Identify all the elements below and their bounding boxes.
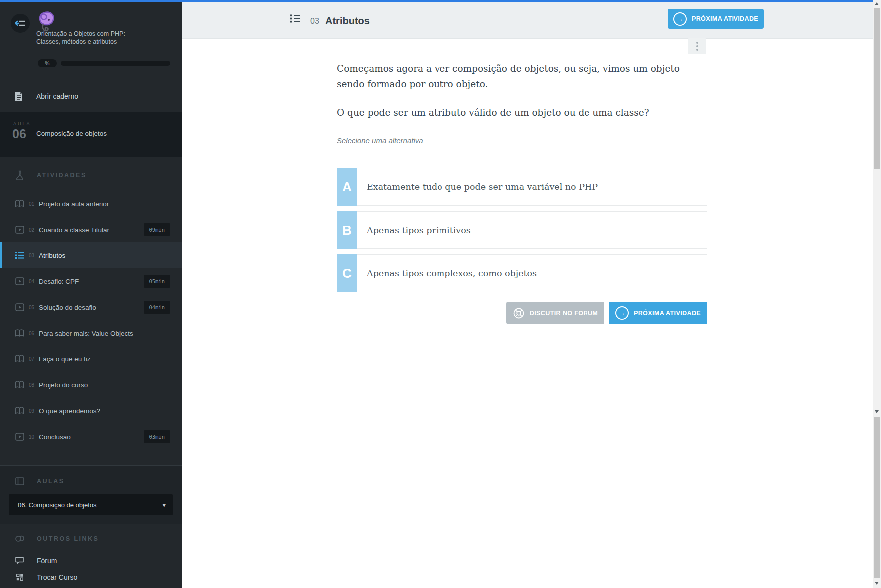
grid-icon bbox=[15, 574, 24, 581]
activity-item-07[interactable]: 07 Faça o que eu fiz bbox=[0, 346, 182, 372]
book-icon bbox=[15, 329, 24, 337]
course-progress-bar bbox=[61, 61, 170, 66]
book-icon bbox=[15, 355, 24, 363]
question-action-buttons: DISCUTIR NO FORUM → PRÓXIMA ATIVIDADE bbox=[337, 302, 707, 324]
lesson-select-value: 06. Composição de objetos bbox=[18, 501, 97, 509]
collapse-sidebar-button[interactable] bbox=[11, 14, 30, 33]
course-title-line2: Classes, métodos e atributos bbox=[36, 38, 125, 46]
list-icon bbox=[290, 14, 300, 23]
course-title: Orientação a Objetos com PHP: Classes, m… bbox=[36, 30, 125, 46]
question-instruction: Selecione uma alternativa bbox=[337, 136, 707, 145]
alternatives-list: A Exatamente tudo que pode ser uma variá… bbox=[337, 168, 707, 292]
forum-link[interactable]: Fórum bbox=[0, 552, 182, 569]
arrow-right-circle-icon: → bbox=[673, 12, 687, 26]
activity-item-06[interactable]: 06 Para saber mais: Value Objects bbox=[0, 320, 182, 346]
activity-item-03-current[interactable]: 03 Atributos bbox=[0, 242, 182, 268]
duration-badge: 03min bbox=[144, 430, 170, 443]
activity-item-10[interactable]: 10 Conclusão 03min bbox=[0, 424, 182, 450]
scrollbar[interactable] bbox=[873, 0, 881, 588]
activities-header-label: ATIVIDADES bbox=[37, 172, 87, 179]
notebook-icon bbox=[15, 91, 24, 101]
scroll-down-arrow-icon[interactable] bbox=[875, 410, 879, 413]
current-lesson-banner[interactable]: AULA 06 Composição de objetos bbox=[0, 112, 182, 157]
activity-number: 09 bbox=[29, 408, 37, 414]
alternative-a[interactable]: A Exatamente tudo que pode ser uma variá… bbox=[337, 168, 707, 206]
course-sidebar: Orientação a Objetos com PHP: Classes, m… bbox=[0, 0, 182, 588]
activity-label: O que aprendemos? bbox=[39, 407, 100, 415]
activity-item-05[interactable]: 05 Solução do desafio 04min bbox=[0, 294, 182, 320]
next-activity-button-bottom[interactable]: → PRÓXIMA ATIVIDADE bbox=[609, 302, 707, 324]
scrollbar-thumb-inner[interactable] bbox=[874, 8, 880, 169]
flask-icon bbox=[15, 170, 25, 180]
activity-number: 03 bbox=[29, 253, 37, 258]
activity-number: 08 bbox=[29, 382, 37, 388]
scrollbar-thumb-outer[interactable] bbox=[874, 417, 880, 578]
open-notebook-button[interactable]: Abrir caderno bbox=[0, 82, 182, 110]
lesson-kicker: AULA bbox=[13, 121, 31, 126]
sidebar-course-header: Orientação a Objetos com PHP: Classes, m… bbox=[0, 2, 182, 77]
activity-label: Conclusão bbox=[39, 433, 71, 441]
scroll-up-arrow-icon[interactable] bbox=[875, 2, 879, 5]
activity-label: Projeto da aula anterior bbox=[39, 200, 109, 208]
activity-number: 02 bbox=[29, 227, 37, 233]
activity-item-02[interactable]: 02 Criando a classe Titular 09min bbox=[0, 217, 182, 242]
forum-lifebuoy-icon bbox=[513, 307, 525, 319]
activities-section-header: ATIVIDADES bbox=[0, 166, 182, 184]
lesson-select-dropdown[interactable]: 06. Composição de objetos ▾ bbox=[9, 494, 173, 515]
activity-item-01[interactable]: 01 Projeto da aula anterior bbox=[0, 191, 182, 217]
activity-label: Solução do desafio bbox=[39, 304, 96, 311]
chevron-down-icon: ▾ bbox=[162, 501, 166, 509]
question-paragraph-1: Começamos agora a ver composição de obje… bbox=[337, 61, 707, 92]
alternative-b-text: Apenas tipos primitivos bbox=[367, 225, 471, 235]
forum-link-label: Fórum bbox=[37, 557, 57, 565]
activity-item-04[interactable]: 04 Desafio: CPF 05min bbox=[0, 268, 182, 294]
duration-badge: 04min bbox=[144, 301, 170, 314]
aulas-header-label: AULAS bbox=[37, 478, 65, 485]
activity-number: 07 bbox=[29, 356, 37, 362]
lesson-number: 06 bbox=[12, 127, 26, 141]
next-activity-button-bottom-label: PRÓXIMA ATIVIDADE bbox=[634, 310, 701, 317]
activity-number: 06 bbox=[29, 331, 37, 336]
activity-label: Projeto do curso bbox=[39, 381, 88, 389]
discuss-forum-button[interactable]: DISCUTIR NO FORUM bbox=[506, 302, 604, 324]
activity-number: 01 bbox=[29, 201, 37, 207]
alternative-c[interactable]: C Apenas tipos complexos, como objetos bbox=[337, 254, 707, 292]
progress-percent-badge: % bbox=[38, 59, 57, 67]
book-icon bbox=[15, 407, 24, 415]
activity-number: 04 bbox=[29, 279, 37, 284]
other-links-header-label: OUTROS LINKS bbox=[37, 535, 99, 542]
activity-label: Desafio: CPF bbox=[39, 278, 79, 285]
kebab-dot bbox=[696, 45, 698, 47]
alternative-c-text: Apenas tipos complexos, como objetos bbox=[367, 268, 537, 278]
duration-badge: 09min bbox=[144, 223, 170, 236]
activity-item-08[interactable]: 08 Projeto do curso bbox=[0, 372, 182, 398]
video-icon bbox=[15, 303, 24, 311]
aulas-section-header: AULAS bbox=[0, 472, 182, 490]
collapse-arrow-icon bbox=[15, 19, 26, 27]
aulas-section: AULAS 06. Composição de objetos ▾ bbox=[0, 465, 182, 524]
alternative-b[interactable]: B Apenas tipos primitivos bbox=[337, 211, 707, 249]
video-icon bbox=[15, 226, 24, 234]
activity-label: Faça o que eu fiz bbox=[39, 355, 91, 363]
alternative-c-letter: C bbox=[337, 254, 357, 292]
activity-label: Para saber mais: Value Objects bbox=[39, 330, 133, 337]
list-icon bbox=[15, 252, 24, 259]
chat-icon bbox=[15, 557, 24, 564]
activity-number: 10 bbox=[29, 434, 37, 440]
activity-item-09[interactable]: 09 O que aprendemos? bbox=[0, 398, 182, 424]
top-accent-bar bbox=[0, 0, 873, 2]
next-activity-button-top[interactable]: → PRÓXIMA ATIVIDADE bbox=[668, 9, 764, 29]
alternative-b-box: Apenas tipos primitivos bbox=[357, 211, 707, 249]
next-activity-button-top-label: PRÓXIMA ATIVIDADE bbox=[692, 15, 758, 22]
kebab-dot bbox=[696, 49, 698, 51]
change-course-link[interactable]: Trocar Curso bbox=[0, 569, 182, 585]
other-links-section: OUTROS LINKS Fórum Trocar Curso bbox=[0, 524, 182, 588]
activity-header: 03 Atributos → PRÓXIMA ATIVIDADE bbox=[182, 2, 873, 39]
alternative-a-box: Exatamente tudo que pode ser uma variáve… bbox=[357, 168, 707, 206]
alternative-b-letter: B bbox=[337, 211, 357, 249]
scroll-down-arrow-icon[interactable] bbox=[875, 582, 879, 585]
activity-number: 05 bbox=[29, 305, 37, 310]
question-paragraph-2: O que pode ser um atributo válido de um … bbox=[337, 105, 707, 120]
more-options-button[interactable] bbox=[688, 38, 706, 54]
activity-header-number: 03 bbox=[310, 17, 319, 26]
